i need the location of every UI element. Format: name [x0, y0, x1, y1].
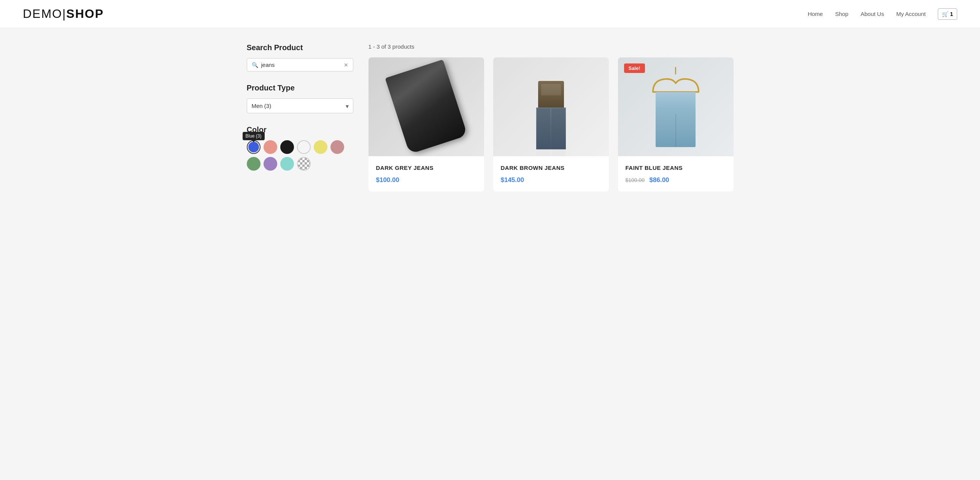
header: DEMO|SHOP Home Shop About Us My Account …: [0, 0, 980, 28]
product-card-1[interactable]: DARK GREY JEANS $100.00: [369, 57, 484, 192]
color-swatch-blue[interactable]: Blue (3): [247, 140, 261, 154]
search-icon: 🔍: [252, 62, 258, 68]
nav-shop[interactable]: Shop: [835, 11, 848, 17]
color-swatch-purple[interactable]: [264, 157, 277, 171]
product-card-3[interactable]: Sale!: [618, 57, 733, 192]
nav-account[interactable]: My Account: [896, 11, 926, 17]
logo-shop: SHOP: [66, 7, 104, 21]
color-grid: Blue (3): [247, 140, 353, 171]
product-type-select-wrapper: Men (3): [247, 98, 353, 113]
product-image-3: Sale!: [618, 57, 733, 156]
logo-demo: DEMO: [23, 7, 62, 21]
search-clear-button[interactable]: ✕: [344, 62, 348, 68]
product-info-1: DARK GREY JEANS $100.00: [369, 156, 484, 192]
color-title: Color: [247, 125, 353, 134]
product-type-title: Product Type: [247, 84, 353, 92]
products-grid: DARK GREY JEANS $100.00: [369, 57, 733, 192]
product-image-1: [369, 57, 484, 156]
color-swatch-yellow[interactable]: [314, 140, 328, 154]
nav-about[interactable]: About Us: [861, 11, 884, 17]
product-info-2: DARK BROWN JEANS $145.00: [493, 156, 609, 192]
product-original-price: $100.00: [625, 177, 645, 183]
products-area: 1 - 3 of 3 products DARK GREY JEANS $100…: [369, 43, 733, 192]
search-title: Search Product: [247, 43, 353, 52]
color-section: Color Blue (3): [247, 125, 353, 171]
color-swatch-pink[interactable]: [264, 140, 277, 154]
product-price-3: $100.00 $86.00: [625, 176, 726, 184]
product-type-select[interactable]: Men (3): [247, 98, 353, 113]
product-price-2: $145.00: [501, 176, 601, 184]
cart-button[interactable]: 🛒 1: [938, 8, 957, 20]
main-container: Search Product 🔍 ✕ Product Type Men (3) …: [224, 28, 756, 207]
product-info-3: FAINT BLUE JEANS $100.00 $86.00: [618, 156, 733, 192]
logo[interactable]: DEMO|SHOP: [23, 7, 104, 21]
cart-icon: 🛒: [942, 11, 948, 17]
color-swatch-teal[interactable]: [280, 157, 294, 171]
sidebar: Search Product 🔍 ✕ Product Type Men (3) …: [247, 43, 353, 192]
product-image-2: [493, 57, 609, 156]
sale-badge: Sale!: [624, 63, 645, 73]
color-swatch-checkered[interactable]: [297, 157, 311, 171]
product-name-1: DARK GREY JEANS: [376, 164, 477, 172]
nav-home[interactable]: Home: [808, 11, 823, 17]
color-swatch-black[interactable]: [280, 140, 294, 154]
product-name-3: FAINT BLUE JEANS: [625, 164, 726, 172]
product-type-section: Product Type Men (3): [247, 84, 353, 113]
main-nav: Home Shop About Us My Account 🛒 1: [808, 8, 957, 20]
search-section: Search Product 🔍 ✕: [247, 43, 353, 71]
color-swatch-mauve[interactable]: [331, 140, 344, 154]
product-card-2[interactable]: DARK BROWN JEANS $145.00: [493, 57, 609, 192]
logo-sep: |: [62, 7, 66, 21]
product-price-1: $100.00: [376, 176, 477, 184]
search-input[interactable]: [261, 62, 341, 68]
product-name-2: DARK BROWN JEANS: [501, 164, 601, 172]
product-sale-price: $86.00: [649, 176, 669, 184]
cart-count: 1: [950, 11, 953, 17]
search-box: 🔍 ✕: [247, 58, 353, 71]
color-swatch-green[interactable]: [247, 157, 261, 171]
products-count: 1 - 3 of 3 products: [369, 43, 733, 50]
color-swatch-white[interactable]: [297, 140, 311, 154]
